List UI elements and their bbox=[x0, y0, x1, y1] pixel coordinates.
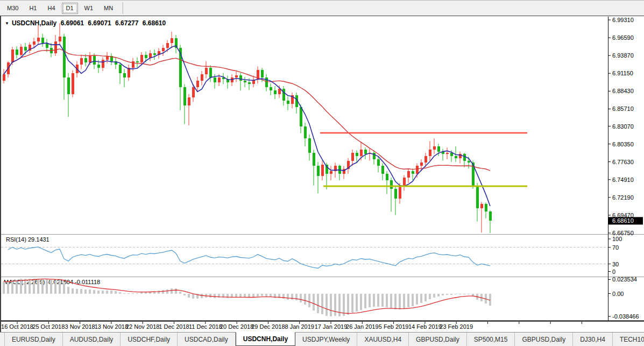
svg-text:26 Jan 2019: 26 Jan 2019 bbox=[346, 323, 379, 330]
svg-text:8 Jan 2019: 8 Jan 2019 bbox=[285, 323, 314, 330]
tab-eurusd-daily[interactable]: EURUSD,Daily bbox=[4, 333, 63, 346]
svg-text:6.68610: 6.68610 bbox=[612, 217, 634, 224]
timeframe-w1-button[interactable]: W1 bbox=[80, 3, 98, 14]
svg-text:3 Nov 2018: 3 Nov 2018 bbox=[65, 323, 95, 330]
svg-text:6.91150: 6.91150 bbox=[612, 70, 633, 76]
tab-dj30-h4[interactable]: DJ30,H4 bbox=[573, 333, 613, 346]
svg-text:6.93870: 6.93870 bbox=[612, 52, 634, 59]
svg-text:6.83070: 6.83070 bbox=[612, 123, 634, 130]
timeframe-d1-button[interactable]: D1 bbox=[62, 3, 78, 14]
svg-text:22 Nov 2018: 22 Nov 2018 bbox=[126, 323, 159, 330]
chart-title: ▼USDCNH,Daily 6.69061 6.69071 6.67277 6.… bbox=[5, 19, 168, 27]
svg-text:6.74910: 6.74910 bbox=[612, 176, 634, 183]
tab-xauusd-h4[interactable]: XAUUSD,H4 bbox=[357, 333, 409, 346]
svg-text:13 Nov 2018: 13 Nov 2018 bbox=[95, 323, 128, 330]
svg-text:100: 100 bbox=[612, 236, 622, 242]
timeframe-h4-button[interactable]: H4 bbox=[43, 3, 59, 14]
tab-tech100[interactable]: TECH100,H bbox=[613, 333, 644, 346]
mt4-window: M30 H1 H4 D1 W1 MN ▼USDCNH,Daily 6.69061… bbox=[0, 0, 644, 346]
timeframe-m30-button[interactable]: M30 bbox=[3, 3, 23, 14]
svg-text:-0.038466: -0.038466 bbox=[612, 313, 639, 320]
low-value: 6.67277 bbox=[115, 19, 138, 27]
svg-text:6.80350: 6.80350 bbox=[612, 141, 634, 147]
chart-tab-bar: EURUSD,Daily AUDUSD,Daily USDCHF,Daily U… bbox=[0, 332, 644, 346]
timeframe-h1-button[interactable]: H1 bbox=[25, 3, 41, 14]
tab-gbpusd-daily-2[interactable]: GBPUSD,Daily bbox=[515, 333, 573, 346]
svg-text:6.96590: 6.96590 bbox=[612, 34, 634, 41]
svg-text:0: 0 bbox=[612, 269, 615, 275]
svg-text:0.023534: 0.023534 bbox=[612, 276, 637, 283]
tab-usdjpy-weekly[interactable]: USDJPY,Weekly bbox=[295, 333, 357, 346]
svg-text:1 Dec 2018: 1 Dec 2018 bbox=[159, 323, 189, 330]
svg-text:16 Oct 2018: 16 Oct 2018 bbox=[1, 323, 33, 330]
tab-sp500-m15[interactable]: SP500,M15 bbox=[467, 333, 515, 346]
rsi-value: 29.1431 bbox=[28, 236, 49, 243]
close-value: 6.68610 bbox=[143, 19, 166, 27]
toolbar-separator bbox=[123, 2, 124, 14]
chart-canvas[interactable]: 16 Oct 201825 Oct 20183 Nov 201813 Nov 2… bbox=[1, 16, 644, 332]
open-value: 6.69061 bbox=[61, 19, 84, 27]
svg-text:11 Dec 2018: 11 Dec 2018 bbox=[189, 323, 222, 330]
high-value: 6.69071 bbox=[88, 19, 111, 27]
symbol-period-label: USDCNH,Daily bbox=[12, 19, 56, 27]
collapse-triangle-icon[interactable]: ▼ bbox=[5, 21, 9, 26]
svg-text:25 Oct 2018: 25 Oct 2018 bbox=[32, 323, 65, 330]
rsi-indicator-label: RSI(14) 29.1431 bbox=[6, 236, 49, 243]
svg-text:6.99310: 6.99310 bbox=[612, 17, 634, 23]
svg-text:6.77630: 6.77630 bbox=[612, 159, 634, 165]
tab-audusd-daily[interactable]: AUDUSD,Daily bbox=[63, 333, 121, 346]
svg-text:6.88430: 6.88430 bbox=[612, 88, 634, 94]
svg-text:29 Dec 2018: 29 Dec 2018 bbox=[251, 323, 285, 330]
svg-text:6.85710: 6.85710 bbox=[612, 105, 634, 112]
chart-window: ▼USDCNH,Daily 6.69061 6.69071 6.67277 6.… bbox=[0, 16, 644, 332]
svg-text:6.72190: 6.72190 bbox=[612, 194, 634, 201]
svg-text:0.00: 0.00 bbox=[612, 291, 624, 297]
svg-text:17 Jan 2019: 17 Jan 2019 bbox=[315, 323, 348, 330]
svg-text:20 Dec 2018: 20 Dec 2018 bbox=[220, 323, 253, 330]
tab-usdchf-daily[interactable]: USDCHF,Daily bbox=[121, 333, 178, 346]
svg-text:23 Feb 2019: 23 Feb 2019 bbox=[440, 323, 473, 330]
tab-usdcnh-daily[interactable]: USDCNH,Daily bbox=[236, 332, 295, 346]
tab-gbpusd-daily[interactable]: GBPUSD,Daily bbox=[409, 333, 467, 346]
svg-text:30: 30 bbox=[612, 261, 619, 267]
tab-usdcad-daily[interactable]: USDCAD,Daily bbox=[178, 333, 236, 346]
timeframe-toolbar: M30 H1 H4 D1 W1 MN bbox=[0, 0, 644, 16]
timeframe-mn-button[interactable]: MN bbox=[100, 3, 117, 14]
svg-text:5 Feb 2019: 5 Feb 2019 bbox=[379, 323, 409, 330]
svg-text:70: 70 bbox=[612, 244, 619, 251]
svg-text:14 Feb 2019: 14 Feb 2019 bbox=[408, 323, 442, 330]
